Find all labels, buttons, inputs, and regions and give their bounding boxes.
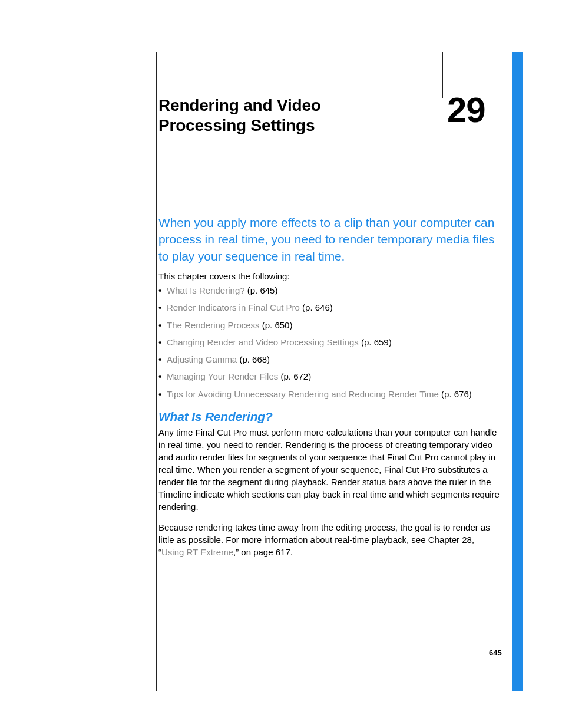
body-paragraph: Because rendering takes time away from t… (158, 521, 500, 558)
toc-link[interactable]: Changing Render and Video Processing Set… (167, 337, 359, 347)
body-text: ,” on page 617. (233, 547, 293, 557)
toc-page: (p. 646) (302, 302, 333, 312)
chapter-number: 29 (447, 90, 485, 130)
toc-item: What Is Rendering? (p. 645) (158, 285, 500, 297)
toc-page: (p. 672) (280, 371, 311, 381)
toc-item: The Rendering Process (p. 650) (158, 319, 500, 331)
toc-page: (p. 668) (239, 354, 270, 364)
toc-item: Managing Your Render Files (p. 672) (158, 371, 500, 383)
document-page: Rendering and Video Processing Settings … (0, 0, 562, 728)
toc-page: (p. 645) (247, 285, 278, 295)
toc-link[interactable]: What Is Rendering? (167, 285, 245, 295)
toc-item: Adjusting Gamma (p. 668) (158, 354, 500, 365)
toc-link[interactable]: Render Indicators in Final Cut Pro (167, 302, 300, 312)
toc-item: Tips for Avoiding Unnecessary Rendering … (158, 388, 500, 400)
toc-link[interactable]: Managing Your Render Files (167, 371, 278, 381)
toc-link[interactable]: Tips for Avoiding Unnecessary Rendering … (167, 389, 439, 399)
vertical-rule-left (156, 52, 157, 691)
toc-lead: This chapter covers the following: (158, 271, 500, 281)
chapter-title: Rendering and Video Processing Settings (158, 95, 347, 135)
toc-item: Changing Render and Video Processing Set… (158, 337, 500, 348)
chapter-tab (512, 52, 523, 691)
toc-link[interactable]: Adjusting Gamma (167, 354, 237, 364)
page-number: 645 (489, 648, 502, 657)
vertical-rule-right (442, 52, 443, 98)
chapter-intro: When you apply more effects to a clip th… (158, 215, 500, 265)
chapter-toc: This chapter covers the following: What … (158, 271, 500, 406)
section-what-is-rendering: What Is Rendering? Any time Final Cut Pr… (158, 410, 500, 566)
section-heading: What Is Rendering? (158, 410, 500, 424)
toc-page: (p. 650) (262, 320, 293, 330)
toc-page: (p. 676) (441, 389, 472, 399)
toc-page: (p. 659) (361, 337, 392, 347)
toc-link[interactable]: The Rendering Process (167, 320, 260, 330)
body-paragraph: Any time Final Cut Pro must perform more… (158, 426, 500, 513)
toc-item: Render Indicators in Final Cut Pro (p. 6… (158, 302, 500, 314)
cross-reference-link[interactable]: Using RT Extreme (161, 547, 233, 557)
